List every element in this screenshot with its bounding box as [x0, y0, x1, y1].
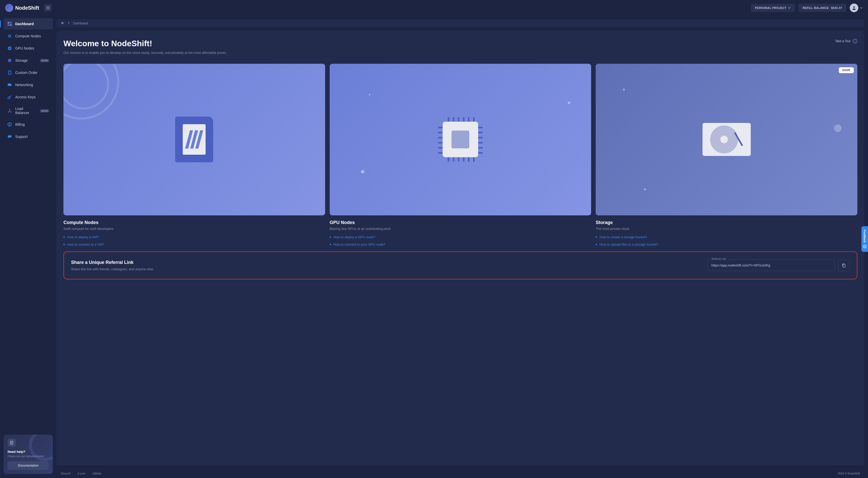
key-icon	[7, 94, 12, 99]
sidebar: Dashboard Compute Nodes GPU Nodes Storag…	[0, 16, 56, 478]
welcome-header: Welcome to NodeShift! Our mission is to …	[63, 39, 857, 55]
svg-rect-3	[8, 24, 9, 26]
cpu-icon	[7, 33, 12, 39]
svg-point-19	[863, 245, 866, 248]
billing-icon: $	[7, 122, 12, 127]
compute-nodes-card: Compute Nodes Swift compute for swift de…	[63, 64, 325, 246]
svg-point-6	[9, 35, 10, 37]
svg-point-0	[853, 6, 855, 8]
svg-rect-4	[10, 24, 12, 26]
sidebar-item-gpu-nodes[interactable]: GPU Nodes	[4, 43, 53, 54]
storage-card: SOON ✦ ✦ Storage The most private cloud	[596, 64, 857, 246]
storage-card-title: Storage	[596, 220, 857, 225]
footer-link-github[interactable]: GitHub	[92, 472, 101, 475]
home-icon[interactable]	[61, 21, 64, 25]
user-menu[interactable]	[850, 4, 863, 12]
svg-rect-2	[10, 22, 12, 24]
chevron-right-icon	[67, 21, 70, 25]
project-selector[interactable]: PERSONAL PROJECT	[751, 4, 795, 12]
hamburger-menu-button[interactable]	[44, 4, 52, 12]
sidebar-item-billing[interactable]: $ Billing	[4, 119, 53, 130]
sidebar-item-access-keys[interactable]: Access Keys	[4, 91, 53, 102]
compute-card-title: Compute Nodes	[63, 220, 325, 225]
help-doc-icon	[8, 439, 16, 447]
sidebar-item-custom-order[interactable]: Custom Order	[4, 67, 53, 78]
svg-point-11	[8, 97, 10, 99]
avatar	[850, 4, 858, 12]
feature-cards-row: Compute Nodes Swift compute for swift de…	[63, 64, 857, 246]
svg-rect-9	[8, 59, 11, 62]
logo[interactable]: NodeShift	[5, 4, 39, 12]
gpu-link-deploy[interactable]: How to deploy a GPU node?	[330, 235, 591, 239]
storage-card-links: How to create a storage bucket? How to u…	[596, 235, 857, 246]
sidebar-item-label: Billing	[15, 122, 25, 126]
gpu-card-links: How to deploy a GPU node? How to connect…	[330, 235, 591, 246]
storage-card-subtitle: The most private cloud	[596, 227, 857, 231]
gpu-card-title: GPU Nodes	[330, 220, 591, 225]
sidebar-item-compute-nodes[interactable]: Compute Nodes	[4, 30, 53, 42]
gpu-nodes-card: GPU Nodes Blazing fast GPUs at an outsta…	[330, 64, 591, 246]
gpu-link-connect[interactable]: How to connect to your GPU node?	[330, 243, 591, 246]
storage-link-create[interactable]: How to create a storage bucket?	[596, 235, 857, 239]
sidebar-item-label: Support	[15, 135, 28, 139]
sidebar-item-storage[interactable]: Storage SOON	[4, 55, 53, 66]
svg-rect-1	[8, 22, 9, 24]
gpu-card-image	[330, 64, 591, 215]
referral-link-input[interactable]	[708, 260, 835, 271]
sidebar-item-label: Load Balancer	[15, 107, 37, 115]
load-balancer-icon	[7, 108, 12, 113]
sidebar-item-networking[interactable]: Networking	[4, 79, 53, 90]
breadcrumb: Dashboard	[56, 19, 864, 27]
storage-card-image: SOON ✦ ✦	[596, 64, 857, 215]
feedback-label: Feedback	[863, 230, 866, 243]
sidebar-item-label: Dashboard	[15, 22, 34, 26]
feedback-icon	[863, 245, 866, 248]
feedback-tab[interactable]: Feedback	[861, 226, 868, 252]
help-subtitle: Check out our documentation	[8, 455, 49, 458]
compute-link-connect[interactable]: How to connect to a VM?	[63, 243, 325, 246]
soon-badge: SOON	[40, 59, 49, 62]
brand-name: NodeShift	[15, 5, 39, 11]
referral-subtitle: Share this link with friends, colleagues…	[71, 267, 154, 271]
content-area: Dashboard Welcome to NodeShift! Our miss…	[56, 16, 868, 478]
page-subtitle: Our mission is to enable you to develop …	[63, 51, 227, 55]
sidebar-item-dashboard[interactable]: Dashboard	[4, 18, 53, 29]
compute-card-image	[63, 64, 325, 215]
storage-icon	[7, 58, 12, 63]
storage-link-upload[interactable]: How to upload files to a storage bucket?	[596, 243, 857, 246]
sidebar-item-load-balancer[interactable]: Load Balancer SOON	[4, 103, 53, 118]
footer-link-xcom[interactable]: X.com	[78, 472, 85, 475]
custom-order-icon	[7, 70, 12, 75]
svg-point-8	[9, 48, 10, 49]
gpu-icon	[7, 46, 12, 51]
sidebar-item-label: Custom Order	[15, 70, 37, 75]
copy-icon	[842, 263, 846, 268]
gpu-card-subtitle: Blazing fast GPUs at an outstanding pric…	[330, 227, 591, 231]
soon-badge: SOON	[40, 109, 49, 113]
info-icon: i	[853, 39, 857, 43]
logo-icon	[5, 4, 13, 12]
sidebar-item-label: Access Keys	[15, 95, 35, 99]
chevron-down-icon	[860, 6, 863, 9]
copy-referral-button[interactable]	[838, 260, 850, 271]
sidebar-item-support[interactable]: Support	[4, 131, 53, 142]
footer-link-discord[interactable]: Discord	[61, 472, 70, 475]
help-card: Need help? Check out our documentation D…	[4, 435, 53, 474]
take-tour-button[interactable]: Take a Tour i	[835, 39, 857, 43]
balance-value: $593.37	[831, 6, 842, 9]
main-layout: Dashboard Compute Nodes GPU Nodes Storag…	[0, 16, 868, 478]
main-content: Welcome to NodeShift! Our mission is to …	[56, 31, 864, 465]
help-title: Need help?	[8, 450, 49, 454]
compute-link-deploy[interactable]: How to deploy a VM?	[63, 235, 325, 239]
refill-label: REFILL BALANCE:	[803, 6, 830, 9]
user-icon	[851, 5, 857, 10]
svg-text:$: $	[9, 123, 10, 126]
compute-card-subtitle: Swift compute for swift developers	[63, 227, 325, 231]
referral-input-label: Referral Link	[711, 258, 727, 260]
documentation-button[interactable]: Documentation	[8, 461, 49, 470]
svg-rect-18	[843, 264, 845, 267]
referral-title: Share a Unique Referral Link	[71, 260, 154, 265]
dashboard-icon	[7, 21, 12, 26]
page-title: Welcome to NodeShift!	[63, 39, 227, 48]
refill-balance-button[interactable]: REFILL BALANCE: $593.37	[799, 4, 846, 12]
